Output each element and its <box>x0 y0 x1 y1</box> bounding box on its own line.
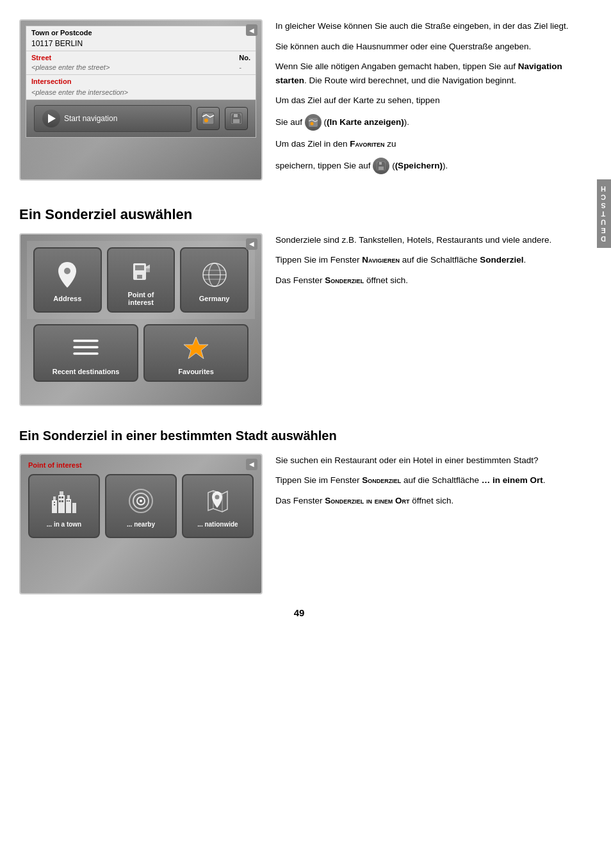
poi-germany-item[interactable]: Germany <box>180 247 248 313</box>
svg-point-44 <box>215 495 220 500</box>
top-section: ◀ Town or Postcode 10117 BERLIN Street <… <box>19 19 579 181</box>
nav-form-bottom: Start navigation <box>26 100 256 137</box>
poi-grid-2: Recent destinations Favourites <box>27 324 255 388</box>
svg-point-11 <box>64 268 70 274</box>
start-nav-icon <box>42 110 60 127</box>
bot-smallcaps5: Sonderziel in einem Ort <box>325 496 409 505</box>
svg-rect-1 <box>202 113 214 124</box>
start-nav-label: Start navigation <box>64 114 117 123</box>
svg-rect-26 <box>53 496 56 502</box>
sidebar-deutsch-label: DEUTSCH <box>597 179 611 248</box>
svg-rect-4 <box>234 114 238 117</box>
start-nav-button[interactable]: Start navigation <box>34 105 191 132</box>
svg-rect-10 <box>379 167 384 170</box>
mid-para2: Tippen Sie im Fenster Navigieren auf die… <box>275 253 579 267</box>
mid-para3: Das Fenster Sonderziel öffnet sich. <box>275 274 579 288</box>
address-icon <box>51 259 83 291</box>
top-bold2: ((In Karte anzeigen)) <box>324 117 407 127</box>
svg-rect-28 <box>60 491 63 496</box>
poi-address-label: Address <box>53 295 81 302</box>
poi2-nationwide-item[interactable]: ... nationwide <box>182 474 254 538</box>
top-para4: Um das Ziel auf der Karte zu sehen, tipp… <box>275 94 579 108</box>
poi-grid: Address <box>27 241 255 319</box>
bot-bold5: … in einem Ort <box>482 475 543 485</box>
poi2-label: Point of interest <box>27 461 255 469</box>
intersection-row: Intersection <please enter the intersect… <box>26 75 256 100</box>
poi2-town-label: ... in a town <box>47 521 81 528</box>
svg-rect-15 <box>146 268 150 272</box>
section2-heading: Ein Sonderziel in einer bestimmten Stadt… <box>19 429 579 443</box>
chevron-icon-3: ◀ <box>246 459 257 470</box>
town-label: Town or Postcode <box>31 29 250 37</box>
middle-section: ◀ Address <box>19 233 579 406</box>
svg-rect-39 <box>69 500 70 502</box>
page-number: 49 <box>19 594 579 618</box>
map-view-button[interactable] <box>197 107 220 130</box>
bot-smallcaps4: Sonderziel <box>362 475 401 485</box>
page: DEUTSCH ◀ Town or Postcode 10117 BERLIN … <box>0 0 611 868</box>
poi2-nationwide-label: ... nationwide <box>197 521 238 528</box>
poi-recent-label: Recent destinations <box>53 368 120 375</box>
town-value: 10117 BERLIN <box>31 39 83 48</box>
content-area: ◀ Town or Postcode 10117 BERLIN Street <… <box>19 19 598 618</box>
street-row: Street <please enter the street> No. - <box>26 51 256 75</box>
nav-form-screenshot: ◀ Town or Postcode 10117 BERLIN Street <… <box>19 19 263 181</box>
top-para7a: speichern, tippen Sie auf <box>275 160 373 170</box>
poi-favourites-item[interactable]: Favourites <box>143 324 248 382</box>
svg-marker-0 <box>48 114 56 123</box>
poi-icon <box>125 255 157 287</box>
no-label: No. <box>239 54 250 61</box>
svg-rect-14 <box>137 275 142 279</box>
poi2-nearby-item[interactable]: ... nearby <box>105 474 177 538</box>
bot-para2: Tippen Sie im Fenster Sonderziel auf die… <box>275 473 579 487</box>
section1-heading: Ein Sonderziel auswählen <box>19 206 579 223</box>
top-para3b: . Die Route wird berechnet, und die Navi… <box>304 76 516 85</box>
intersection-label: Intersection <box>31 78 250 85</box>
town-row: Town or Postcode 10117 BERLIN <box>26 26 256 51</box>
nationwide-icon <box>202 485 234 517</box>
poi-favourites-label: Favourites <box>178 368 214 375</box>
svg-rect-13 <box>135 265 144 270</box>
svg-point-7 <box>310 122 313 125</box>
top-smallcaps1: Favoriten <box>350 139 384 149</box>
top-para6b: zu <box>384 139 396 149</box>
poi-germany-label: Germany <box>199 295 230 302</box>
chevron-icon-2: ◀ <box>246 238 257 250</box>
no-col: No. - <box>239 54 250 72</box>
poi-recent-item[interactable]: Recent destinations <box>33 324 138 382</box>
mid-bold4: Sonderziel <box>480 255 523 265</box>
bot-para1: Sie suchen ein Restaurant oder ein Hotel… <box>275 454 579 468</box>
top-para7: speichern, tippen Sie auf ((Speichern)). <box>275 158 579 174</box>
chevron-icon: ◀ <box>246 24 257 36</box>
poi2-nearby-label: ... nearby <box>127 521 155 528</box>
poi-poi-item[interactable]: Point ofinterest <box>107 247 175 313</box>
top-para5: Sie auf ((In Karte anzeigen)). <box>275 114 579 131</box>
poi-address-item[interactable]: Address <box>33 247 102 313</box>
germany-icon <box>199 259 231 291</box>
nav-form: Town or Postcode 10117 BERLIN Street <pl… <box>26 26 256 138</box>
mid-smallcaps3: Sonderziel <box>325 275 364 285</box>
svg-marker-24 <box>184 337 208 359</box>
save-button[interactable] <box>225 107 248 130</box>
poi2-screenshot: ◀ Point of interest <box>19 454 263 594</box>
svg-rect-32 <box>54 502 55 503</box>
street-label: Street <box>31 54 110 61</box>
svg-rect-38 <box>67 500 68 502</box>
bot-para3: Das Fenster Sonderziel in einem Ort öffn… <box>275 494 579 508</box>
favourites-icon <box>180 332 212 364</box>
top-para3-text: Wenn Sie alle nötigen Angaben gemacht ha… <box>275 61 518 71</box>
no-placeholder: - <box>239 63 241 71</box>
recent-icon <box>70 332 102 364</box>
poi-screenshot: ◀ Address <box>19 233 263 406</box>
svg-rect-35 <box>61 496 63 498</box>
bottom-section: ◀ Point of interest <box>19 454 579 594</box>
svg-rect-31 <box>72 503 76 513</box>
svg-point-2 <box>204 119 208 122</box>
map-view-icon-inline <box>305 114 322 131</box>
poi2-town-item[interactable]: ... in a town <box>28 474 100 538</box>
poi-poi-label: Point ofinterest <box>128 291 154 306</box>
svg-rect-6 <box>309 118 318 127</box>
save-icon-inline <box>373 158 389 174</box>
svg-rect-36 <box>59 500 61 502</box>
svg-rect-37 <box>61 500 63 502</box>
